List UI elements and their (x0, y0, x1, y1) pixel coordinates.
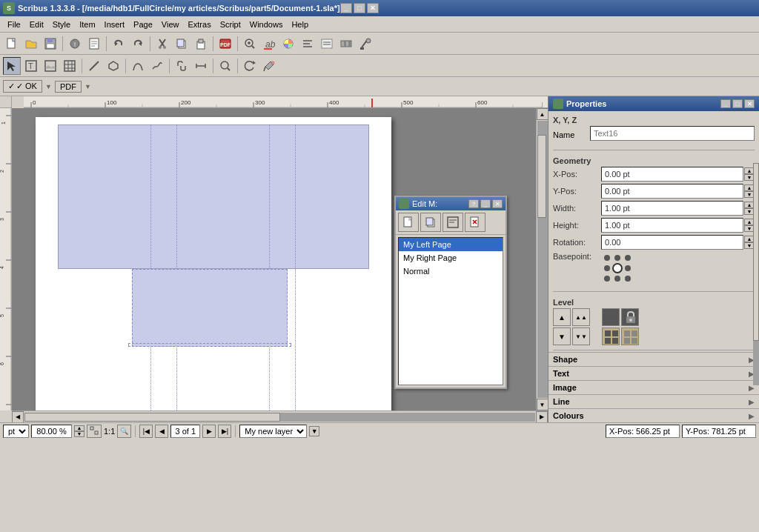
paste-button[interactable] (192, 35, 210, 53)
unit-select[interactable]: pt (3, 425, 29, 438)
redo-button[interactable] (129, 35, 147, 53)
preflight-button[interactable]: ! (66, 35, 84, 53)
zoom-down[interactable]: ▼ (74, 431, 84, 437)
spell-button[interactable]: ab (260, 35, 278, 53)
hscroll-track[interactable] (24, 413, 535, 422)
color-button[interactable] (279, 35, 297, 53)
bp-bl[interactable] (604, 276, 610, 282)
vscroll-thumb[interactable] (537, 135, 546, 218)
image-section-header[interactable]: Image ▶ (548, 380, 759, 394)
xpos-input[interactable] (601, 167, 743, 182)
layer-dropdown-button[interactable]: ▼ (309, 426, 319, 436)
bp-tl[interactable] (604, 255, 610, 261)
level-up-button[interactable]: ▲ (553, 308, 571, 326)
menu-page[interactable]: Page (129, 19, 157, 30)
menu-script[interactable]: Script (216, 19, 245, 30)
freehand-tool-button[interactable] (148, 57, 166, 75)
props-vscroll-thumb[interactable] (753, 163, 759, 341)
ypos-input[interactable] (601, 184, 743, 199)
menu-file[interactable]: File (3, 19, 25, 30)
link-tool-button[interactable] (173, 57, 190, 75)
edit-m-list-item-my-right-page[interactable]: My Right Page (399, 251, 503, 265)
bp-ml[interactable] (604, 265, 610, 271)
page-canvas[interactable] (36, 117, 391, 410)
new-button[interactable] (3, 35, 21, 53)
undo-button[interactable] (110, 35, 127, 53)
polygon-tool-button[interactable] (105, 57, 122, 75)
cut-button[interactable] (153, 35, 171, 53)
width-input[interactable] (601, 201, 743, 216)
open-button[interactable] (22, 35, 40, 53)
edit-m-close-button[interactable]: ✕ (492, 199, 503, 208)
colours-section-header[interactable]: Colours ▶ (548, 408, 759, 422)
rotation-input[interactable] (601, 235, 743, 250)
layer-select[interactable]: My new layer (239, 425, 307, 438)
menu-help[interactable]: Help (287, 19, 313, 30)
menu-extras[interactable]: Extras (183, 19, 215, 30)
zoom-up[interactable]: ▲ (74, 425, 84, 431)
bezier-tool-button[interactable] (129, 57, 147, 75)
ok-button[interactable]: ✓ ✓ OK (3, 80, 42, 93)
menu-edit[interactable]: Edit (25, 19, 48, 30)
zoom-tool-button[interactable] (216, 57, 234, 75)
horizontal-scrollbar[interactable]: ◀ ▶ (12, 410, 548, 422)
level-sq-1[interactable] (602, 308, 620, 326)
line-section-header[interactable]: Line ▶ (548, 394, 759, 408)
vertical-scrollbar[interactable]: ▲ ▼ (536, 108, 548, 410)
bp-tr[interactable] (625, 255, 631, 261)
edit-m-list[interactable]: My Left Page My Right Page Normal (398, 237, 503, 385)
edit-m-edit-button[interactable] (443, 213, 463, 232)
level-top-button[interactable]: ▲▲ (572, 308, 590, 326)
level-sq-4[interactable] (621, 327, 639, 345)
select-tool-button[interactable] (3, 57, 21, 75)
menu-insert[interactable]: Insert (100, 19, 130, 30)
pdf-button[interactable]: PDF (55, 81, 82, 93)
edit-m-list-item-normal[interactable]: Normal (399, 265, 503, 278)
page-prev-button[interactable]: ◀ (155, 425, 168, 438)
zoom-in-button[interactable] (241, 35, 259, 53)
props-vscroll-track[interactable] (753, 163, 759, 385)
eyedropper-button[interactable] (357, 35, 374, 53)
text-section-header[interactable]: Text ▶ (548, 366, 759, 380)
edit-m-list-item-my-left-page[interactable]: My Left Page (399, 238, 503, 251)
basepoint-widget[interactable] (601, 252, 634, 285)
text-frame-tool-button[interactable]: T (22, 57, 40, 75)
edit-m-delete-button[interactable] (465, 213, 485, 232)
bp-tc[interactable] (614, 255, 620, 261)
props-min-button[interactable]: _ (720, 99, 731, 108)
dropper-tool-button[interactable] (260, 57, 278, 75)
menu-style[interactable]: Style (48, 19, 75, 30)
scroll-right-button[interactable]: ▶ (536, 411, 548, 423)
bp-mc-active[interactable] (613, 264, 622, 273)
bp-mr[interactable] (625, 265, 631, 271)
image-frame-tool-button[interactable] (42, 57, 59, 75)
more-button[interactable] (337, 35, 355, 53)
page-last-button[interactable]: ▶| (218, 425, 231, 438)
zoom-fit-button[interactable] (87, 425, 102, 438)
edit-m-copy-button[interactable] (420, 213, 441, 232)
level-down-button[interactable]: ▼ (553, 327, 571, 345)
export-pdf-button[interactable]: PDF (216, 35, 234, 53)
page-next-button[interactable]: ▶ (202, 425, 216, 438)
scroll-down-button[interactable]: ▼ (537, 399, 548, 410)
doc-settings-button[interactable] (85, 35, 103, 53)
hscroll-thumb[interactable] (24, 413, 280, 422)
shape-section-header[interactable]: Shape ▶ (548, 352, 759, 366)
line-tool-button[interactable] (85, 57, 103, 75)
props-max-button[interactable]: □ (732, 99, 743, 108)
name-input[interactable] (590, 126, 755, 141)
props-close-button[interactable]: ✕ (744, 99, 755, 108)
zoom-input[interactable] (31, 425, 72, 438)
bp-br[interactable] (625, 276, 631, 282)
styles-button[interactable] (318, 35, 336, 53)
vscroll-track[interactable] (537, 121, 548, 398)
bp-bc[interactable] (614, 276, 620, 282)
menu-windows[interactable]: Windows (245, 19, 288, 30)
level-sq-3[interactable] (602, 327, 620, 345)
save-button[interactable] (42, 35, 59, 53)
align-button[interactable] (299, 35, 316, 53)
maximize-button[interactable]: □ (354, 3, 365, 13)
level-sq-2[interactable] (621, 308, 639, 326)
scroll-up-button[interactable]: ▲ (537, 108, 548, 120)
scroll-left-button[interactable]: ◀ (12, 411, 24, 423)
